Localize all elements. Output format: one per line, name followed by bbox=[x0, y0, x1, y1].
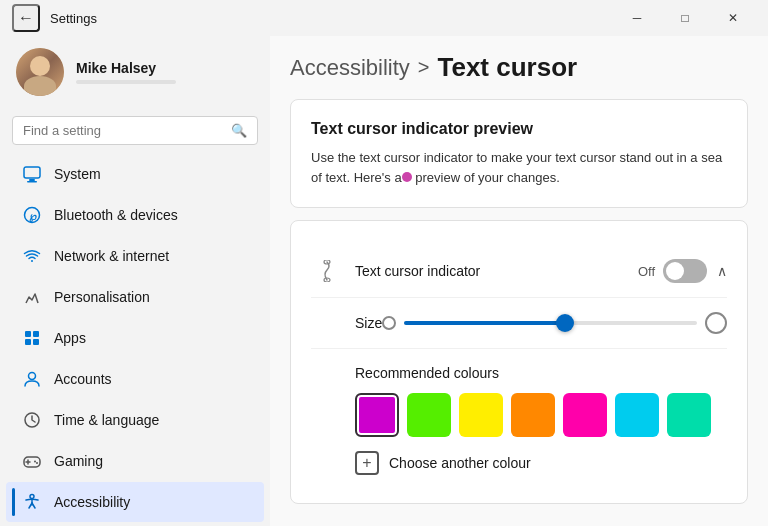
svg-rect-6 bbox=[33, 331, 39, 337]
system-icon bbox=[22, 164, 42, 184]
plus-icon: + bbox=[355, 451, 379, 475]
color-swatch-purple[interactable] bbox=[355, 393, 399, 437]
apps-icon bbox=[22, 328, 42, 348]
time-icon bbox=[22, 410, 42, 430]
user-info: Mike Halsey bbox=[76, 60, 176, 84]
sidebar-label-accessibility: Accessibility bbox=[54, 494, 130, 510]
toggle-switch[interactable] bbox=[663, 259, 707, 283]
svg-point-9 bbox=[29, 373, 36, 380]
slider-max-icon bbox=[705, 312, 727, 334]
sidebar-item-personalisation[interactable]: Personalisation bbox=[6, 277, 264, 317]
sidebar-label-apps: Apps bbox=[54, 330, 86, 346]
sidebar-label-gaming: Gaming bbox=[54, 453, 103, 469]
svg-point-14 bbox=[34, 461, 36, 463]
colors-grid bbox=[311, 393, 727, 437]
size-slider-container bbox=[382, 312, 727, 334]
accounts-icon bbox=[22, 369, 42, 389]
svg-point-16 bbox=[30, 495, 34, 499]
colors-section: Recommended colours + Choose another col… bbox=[311, 349, 727, 483]
user-account-bar bbox=[76, 80, 176, 84]
slider-track[interactable] bbox=[404, 321, 697, 325]
cursor-preview-dot bbox=[402, 172, 412, 182]
color-swatch-yellow[interactable] bbox=[459, 393, 503, 437]
sidebar-label-network: Network & internet bbox=[54, 248, 169, 264]
svg-rect-2 bbox=[27, 181, 37, 183]
color-swatch-cyan[interactable] bbox=[615, 393, 659, 437]
breadcrumb: Accessibility > Text cursor bbox=[290, 52, 748, 83]
slider-min-icon bbox=[382, 316, 396, 330]
svg-rect-1 bbox=[29, 179, 35, 181]
sidebar-label-system: System bbox=[54, 166, 101, 182]
preview-card-title: Text cursor indicator preview bbox=[311, 120, 727, 138]
cursor-indicator-card: Text cursor indicator Off ∧ Size bbox=[290, 220, 748, 504]
user-profile: Mike Halsey bbox=[0, 36, 270, 112]
gaming-icon bbox=[22, 451, 42, 471]
breadcrumb-separator: > bbox=[418, 56, 430, 79]
svg-point-15 bbox=[36, 462, 38, 464]
bluetooth-icon: ℘ bbox=[22, 205, 42, 225]
sidebar-item-gaming[interactable]: Gaming bbox=[6, 441, 264, 481]
back-button[interactable]: ← bbox=[12, 4, 40, 32]
sidebar-item-accounts[interactable]: Accounts bbox=[6, 359, 264, 399]
color-swatch-teal[interactable] bbox=[667, 393, 711, 437]
toggle-row-label: Text cursor indicator bbox=[355, 263, 638, 279]
color-swatch-pink[interactable] bbox=[563, 393, 607, 437]
main-layout: Mike Halsey 🔍 System bbox=[0, 36, 768, 526]
size-label: Size bbox=[311, 315, 382, 331]
sidebar-item-network[interactable]: Network & internet bbox=[6, 236, 264, 276]
slider-thumb[interactable] bbox=[556, 314, 574, 332]
toggle-row: Text cursor indicator Off ∧ bbox=[311, 241, 727, 298]
cursor-indicator-icon bbox=[311, 255, 343, 287]
network-icon bbox=[22, 246, 42, 266]
titlebar: ← Settings ─ □ ✕ bbox=[0, 0, 768, 36]
sidebar-item-time[interactable]: Time & language bbox=[6, 400, 264, 440]
svg-rect-7 bbox=[25, 339, 31, 345]
maximize-button[interactable]: □ bbox=[662, 4, 708, 32]
user-name: Mike Halsey bbox=[76, 60, 176, 76]
svg-text:℘: ℘ bbox=[29, 210, 37, 223]
sidebar: Mike Halsey 🔍 System bbox=[0, 36, 270, 526]
sidebar-item-system[interactable]: System bbox=[6, 154, 264, 194]
search-input[interactable] bbox=[23, 123, 223, 138]
svg-rect-5 bbox=[25, 331, 31, 337]
search-container: 🔍 bbox=[0, 112, 270, 153]
sidebar-item-apps[interactable]: Apps bbox=[6, 318, 264, 358]
toggle-status: Off bbox=[638, 264, 655, 279]
search-box: 🔍 bbox=[12, 116, 258, 145]
svg-rect-8 bbox=[33, 339, 39, 345]
avatar bbox=[16, 48, 64, 96]
sidebar-nav: System ℘ Bluetooth & devices bbox=[0, 153, 270, 523]
sidebar-label-time: Time & language bbox=[54, 412, 159, 428]
colors-label: Recommended colours bbox=[311, 365, 727, 381]
breadcrumb-parent: Accessibility bbox=[290, 55, 410, 81]
sidebar-label-personalisation: Personalisation bbox=[54, 289, 150, 305]
accessibility-icon bbox=[22, 492, 42, 512]
personalisation-icon bbox=[22, 287, 42, 307]
preview-card: Text cursor indicator preview Use the te… bbox=[290, 99, 748, 208]
sidebar-item-bluetooth[interactable]: ℘ Bluetooth & devices bbox=[6, 195, 264, 235]
chevron-up-icon[interactable]: ∧ bbox=[717, 263, 727, 279]
sidebar-item-accessibility[interactable]: Accessibility bbox=[6, 482, 264, 522]
color-swatch-orange[interactable] bbox=[511, 393, 555, 437]
titlebar-controls: ─ □ ✕ bbox=[614, 4, 756, 32]
svg-rect-0 bbox=[24, 167, 40, 178]
sidebar-label-bluetooth: Bluetooth & devices bbox=[54, 207, 178, 223]
titlebar-title: Settings bbox=[50, 11, 97, 26]
preview-card-description: Use the text cursor indicator to make yo… bbox=[311, 148, 727, 187]
titlebar-left: ← Settings bbox=[12, 4, 97, 32]
choose-color-label: Choose another colour bbox=[389, 455, 531, 471]
minimize-button[interactable]: ─ bbox=[614, 4, 660, 32]
size-row: Size bbox=[311, 298, 727, 349]
sidebar-label-accounts: Accounts bbox=[54, 371, 112, 387]
content-area: Accessibility > Text cursor Text cursor … bbox=[270, 36, 768, 526]
search-icon: 🔍 bbox=[231, 123, 247, 138]
slider-fill bbox=[404, 321, 565, 325]
close-button[interactable]: ✕ bbox=[710, 4, 756, 32]
choose-color-row[interactable]: + Choose another colour bbox=[311, 451, 727, 475]
breadcrumb-current: Text cursor bbox=[438, 52, 578, 83]
color-swatch-green[interactable] bbox=[407, 393, 451, 437]
toggle-knob bbox=[666, 262, 684, 280]
